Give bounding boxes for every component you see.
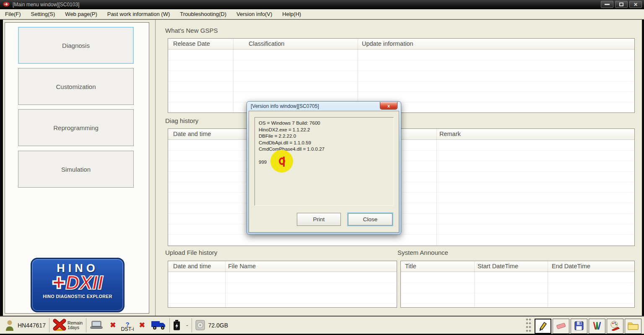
right-edge	[642, 20, 644, 316]
toolbar-grip-handle[interactable]	[526, 319, 532, 334]
status-bar: HN447617 Remain1days ✖ ? DST-i ✖ - 72.0G…	[0, 316, 644, 334]
close-icon: ✕	[634, 3, 638, 7]
disk-free-text: 72.0GB	[208, 322, 228, 329]
col-title[interactable]: Title	[405, 263, 416, 270]
app-window: [Main menu window][SC0103] ✕ File(F) Set…	[0, 0, 644, 335]
system-announce-body[interactable]	[401, 272, 634, 307]
maximize-button[interactable]	[615, 1, 628, 8]
version-info-textbox[interactable]: OS = Windows 7 Build: 7600 HinoDX2.exe =…	[254, 117, 394, 206]
upload-history-table[interactable]: Date and time File Name	[168, 261, 397, 308]
pen-tool-button[interactable]	[535, 319, 551, 334]
statusbar-separator	[49, 318, 49, 332]
system-announce-table[interactable]: Title Start DateTime End DateTime	[400, 261, 635, 308]
diag-history-header[interactable]: Date and time Remark	[168, 129, 634, 140]
upload-history-body[interactable]	[168, 272, 397, 307]
window-title: [Main menu window][SC0103]	[13, 2, 79, 8]
close-icon: x	[387, 103, 390, 108]
save-icon	[574, 321, 584, 332]
customization-button[interactable]: Customization	[18, 68, 134, 105]
logo-product-text: ✚DXII	[32, 274, 123, 292]
menu-troubleshooting[interactable]: Troubleshooting(D)	[180, 11, 226, 17]
column-separator	[474, 261, 475, 307]
col-release-date[interactable]: Release Date	[173, 40, 210, 47]
menu-bar: File(F) Setting(S) Web page(P) Past work…	[0, 9, 644, 19]
statusbar-separator	[192, 318, 192, 332]
col-file-name[interactable]: File Name	[228, 263, 256, 270]
dst-i-status: ? DST-i	[121, 322, 134, 332]
palette-icon	[610, 321, 620, 332]
version-info-dialog: [Version info window][SC0705] x OS = Win…	[247, 101, 401, 235]
col-date-and-time[interactable]: Date and time	[173, 131, 211, 137]
print-button[interactable]: Print	[297, 213, 341, 226]
menu-help[interactable]: Help(H)	[282, 11, 301, 17]
menu-past-work-information[interactable]: Past work information (W)	[107, 11, 170, 17]
diag-history-table[interactable]: Date and time Remark	[168, 128, 635, 246]
logo-cross-icon: ✚	[52, 274, 65, 292]
column-separator	[233, 39, 234, 113]
upload-history-header[interactable]: Date and time File Name	[168, 261, 397, 272]
version-line: OS = Windows 7 Build: 7600	[259, 120, 390, 127]
column-separator	[225, 261, 226, 307]
diag-history-title: Diag history	[165, 117, 198, 124]
close-button[interactable]: ✕	[629, 1, 642, 8]
whats-new-table[interactable]: Release Date Classification Update infor…	[168, 38, 635, 113]
folder-tool-button[interactable]	[625, 319, 641, 334]
minimize-button[interactable]	[601, 1, 613, 8]
whats-new-title: What's New GSPS	[165, 27, 218, 34]
col-start-datetime[interactable]: Start DateTime	[478, 263, 518, 270]
menu-setting[interactable]: Setting(S)	[31, 11, 55, 17]
save-tool-button[interactable]	[571, 319, 587, 334]
system-announce-header[interactable]: Title Start DateTime End DateTime	[401, 261, 634, 272]
dialog-close-button[interactable]: x	[380, 102, 397, 110]
dialog-titlebar[interactable]: [Version info window][SC0705]	[247, 102, 401, 111]
whats-new-body[interactable]	[168, 50, 634, 113]
battery-icon	[173, 320, 180, 331]
column-separator	[436, 129, 437, 246]
col-date-and-time[interactable]: Date and time	[173, 263, 211, 270]
color-pens-icon	[592, 321, 602, 332]
reprogramming-button[interactable]: Reprogramming	[18, 109, 134, 146]
folder-icon	[628, 321, 639, 332]
diag-history-body[interactable]	[168, 140, 634, 246]
palette-tool-button[interactable]	[607, 319, 623, 334]
upload-history-title: Upload File history	[165, 249, 217, 256]
dialog-close-action-button[interactable]: Close	[347, 212, 393, 226]
column-separator	[548, 261, 548, 307]
truck-icon	[151, 319, 166, 331]
menu-web-page[interactable]: Web page(P)	[65, 11, 97, 17]
x-icon: ✖	[139, 321, 145, 330]
x-icon: ✖	[110, 321, 116, 330]
system-announce-title: System Announce	[397, 249, 448, 256]
col-update-information[interactable]: Update information	[362, 40, 413, 47]
remain-x-icon	[53, 319, 66, 332]
app-icon	[3, 1, 10, 8]
disk-icon	[195, 320, 205, 330]
sidebar-panel: Diagnosis Customization Reprogramming Si…	[5, 22, 149, 314]
cursor-highlight-icon	[279, 157, 285, 165]
dst-label: DST-i	[121, 327, 134, 332]
version-line: DBFile = 2.2.22.0	[259, 133, 390, 140]
simulation-button[interactable]: Simulation	[18, 151, 134, 188]
whats-new-header[interactable]: Release Date Classification Update infor…	[168, 39, 634, 50]
window-titlebar[interactable]: [Main menu window][SC0103] ✕	[0, 0, 644, 9]
maximize-icon	[619, 3, 623, 6]
version-line: HinoDX2.exe = 1.1.22.2	[259, 127, 390, 133]
laptop-icon	[90, 320, 103, 330]
col-remark[interactable]: Remark	[439, 131, 461, 137]
drawing-toolbar	[526, 319, 641, 334]
menu-version-info[interactable]: Version info(V)	[236, 11, 272, 17]
click-highlight-overlay	[270, 150, 293, 173]
logo-tagline: HINO DIAGNOSTIC EXPLORER	[32, 294, 123, 299]
diagnosis-button[interactable]: Diagnosis	[18, 27, 134, 64]
statusbar-separator	[86, 318, 86, 332]
dialog-title: [Version info window][SC0705]	[251, 103, 319, 109]
col-end-datetime[interactable]: End DateTime	[552, 263, 590, 270]
col-classification[interactable]: Classification	[249, 40, 284, 47]
minimize-icon	[605, 4, 610, 5]
user-id-text: HN447617	[18, 322, 46, 329]
version-line: CmdDbApi.dll = 1.1.0.59	[259, 140, 390, 147]
hino-dx2-logo: HINO ✚DXII HINO DIAGNOSTIC EXPLORER	[31, 258, 125, 312]
eraser-tool-button[interactable]	[553, 319, 569, 334]
menu-file[interactable]: File(F)	[5, 11, 21, 17]
color-pens-tool-button[interactable]	[589, 319, 605, 334]
